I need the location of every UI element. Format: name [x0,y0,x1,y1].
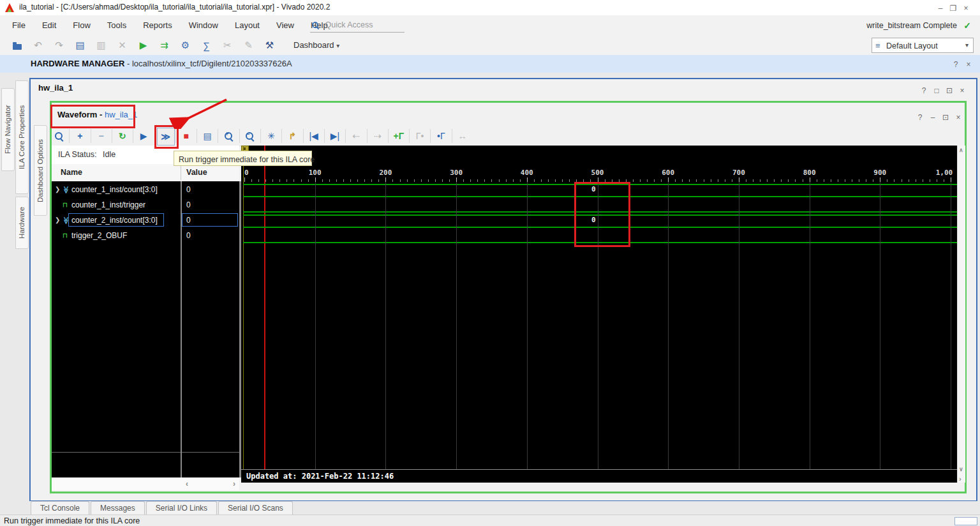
trigger-position-icon[interactable]: ↱ [284,128,301,144]
dashboard-tab-title[interactable]: hw_ila_1 [38,83,73,93]
cut-icon[interactable]: ✂ [217,36,238,55]
menu-item-layout[interactable]: Layout [226,15,268,36]
close-icon[interactable]: × [960,4,972,13]
bottom-tab-serial-i-o-scans[interactable]: Serial I/O Scans [218,501,293,515]
next-marker-icon[interactable]: ⇢ [369,128,386,144]
add-probe-icon[interactable]: + [71,128,88,144]
run-trigger-icon[interactable]: ▶ [135,128,152,144]
swap-icon[interactable]: ↔ [454,128,471,144]
menu-item-flow[interactable]: Flow [64,15,98,36]
scroll-down-icon[interactable]: ∨ [959,466,963,472]
ruler-tick-minor [937,179,937,182]
help-icon[interactable]: ? [917,86,930,95]
remove-probe-icon[interactable]: − [93,128,110,144]
value-column-header[interactable]: Value [186,164,207,181]
ruler-tick-minor [371,179,372,182]
ruler-tick-minor [407,179,408,182]
tree-expand-icon[interactable]: ❯ [55,186,60,193]
wave-vscrollbar[interactable]: ∧ ∨ › [957,146,965,483]
ruler-tick-label: 700 [732,169,745,177]
window-controls: –❐× [934,2,972,13]
wave-cursor[interactable] [264,146,265,469]
sidebar-item-hardware[interactable]: Hardware [15,197,29,249]
export-data-icon[interactable]: ▤ [199,128,216,144]
copy-icon[interactable]: ▥ [91,36,112,55]
menu-item-tools[interactable]: Tools [99,15,135,36]
ruler-tick-minor [803,179,803,182]
menu-item-window[interactable]: Window [181,15,226,36]
scroll-right-icon[interactable]: › [959,475,961,483]
goto-start-icon[interactable]: |◀ [306,128,322,144]
zoom-in-icon[interactable]: + [220,128,237,144]
close-icon[interactable]: × [956,86,969,95]
step-icon[interactable]: ⇉ [154,36,175,55]
float-icon[interactable]: ⊡ [939,113,952,122]
bottom-tab-serial-i-o-links[interactable]: Serial I/O Links [146,501,217,515]
signal-value[interactable]: 0 [186,200,191,209]
sidebar-item-flow-navigator[interactable]: Flow Navigator [1,88,15,171]
stop-trigger-icon[interactable]: ■ [178,128,195,144]
signal-value[interactable]: 0 [186,231,191,240]
ruler-tick-minor [392,179,393,182]
name-column-header[interactable]: Name [61,164,82,181]
ruler-tick-minor [258,179,259,182]
zoom-out-icon[interactable]: − [242,128,258,144]
menu-items: FileEditFlowToolsReportsWindowLayoutView… [4,15,336,36]
minimize-icon[interactable]: – [934,4,947,13]
search-icon[interactable] [50,128,67,144]
ruler-tick-label: 1,00 [936,169,953,177]
ruler-tick-minor [711,179,711,182]
next-transition-icon[interactable]: •Γ [433,128,449,144]
signal-name[interactable]: counter_1_inst/count[3:0] [71,185,158,194]
run-icon[interactable]: ▶ [133,36,154,55]
refresh-icon[interactable]: ↻ [114,128,131,144]
banner-controls: ?× [949,55,975,73]
close-icon[interactable]: × [952,113,965,122]
edit-icon[interactable]: ✎ [238,36,259,55]
save-report-icon[interactable]: ▤ [70,36,91,55]
bottom-tab-tcl-console[interactable]: Tcl Console [31,501,89,515]
menu-item-edit[interactable]: Edit [34,15,64,36]
open-project-icon[interactable] [6,36,27,55]
float-icon[interactable]: ⊡ [943,86,956,95]
tools-icon[interactable]: ⚒ [259,36,280,55]
sidebar-item-ila-core-properties[interactable]: ILA Core Properties [15,80,29,194]
bottom-tab-messages[interactable]: Messages [91,501,145,515]
settings-icon[interactable]: ⚙ [175,36,196,55]
redo-icon[interactable]: ↷ [48,36,70,55]
maximize-icon[interactable]: □ [930,86,943,95]
signal-name[interactable]: counter_1_inst/trigger [71,200,145,209]
tree-expand-icon[interactable]: ❯ [55,216,60,223]
close-icon[interactable]: × [962,56,975,73]
scroll-right-icon[interactable]: › [233,477,235,490]
signal-name[interactable]: trigger_2_OBUF [71,231,127,240]
signal-value[interactable]: 0 [186,185,191,194]
layout-selector[interactable]: ≡ Default Layout ▾ [872,38,974,53]
ruler-tick-minor [562,179,563,182]
scroll-left-icon[interactable]: ‹ [186,477,188,490]
sum-icon[interactable]: ∑ [196,36,217,55]
quick-access-input[interactable]: Quick Access [310,19,405,33]
delete-icon[interactable]: ✕ [112,36,133,55]
menu-item-reports[interactable]: Reports [135,15,181,36]
undo-icon[interactable]: ↶ [27,36,48,55]
dashboard-dropdown[interactable]: Dashboard ▾ [293,36,339,56]
prev-marker-icon[interactable]: ⇠ [348,128,364,144]
help-icon[interactable]: ? [914,113,926,122]
prev-transition-icon[interactable]: Γ• [412,128,428,144]
goto-end-icon[interactable]: ▶| [327,128,343,144]
minimize-icon[interactable]: – [926,113,939,122]
scroll-up-icon[interactable]: ∧ [959,147,963,153]
add-marker-icon[interactable]: +Γ [390,128,407,144]
trigger-position-line [243,146,244,469]
help-icon[interactable]: ? [949,56,962,73]
sidebar-item-dashboard-options[interactable]: Dashboard Options [34,125,47,216]
maximize-icon[interactable]: ❐ [947,4,960,13]
signal-table-hscrollbar[interactable]: ‹ › [52,477,239,490]
signal-table-header: Name Value [52,164,239,182]
wave-canvas[interactable]: Updated at: 2021-Feb-22 11:12:46 ‹ 00010… [241,146,957,483]
zoom-fit-icon[interactable]: ✳ [263,128,279,144]
status-bar-scroll-nub[interactable] [954,517,977,525]
menu-item-view[interactable]: View [268,15,302,36]
menu-item-file[interactable]: File [4,15,34,36]
